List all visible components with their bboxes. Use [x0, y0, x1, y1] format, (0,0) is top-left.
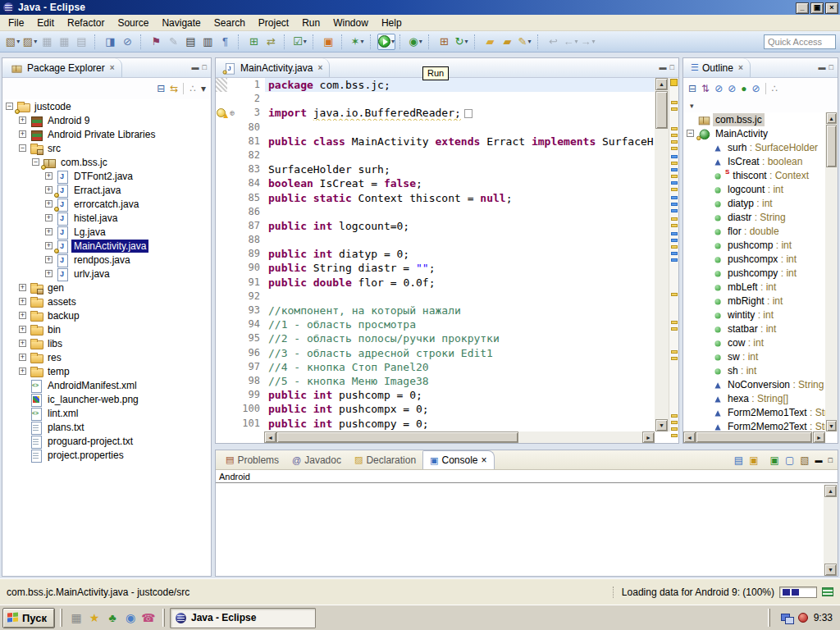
scroll-right-icon[interactable]: ►	[813, 431, 825, 443]
scrollbar-thumb[interactable]	[696, 431, 812, 443]
quick-access-input[interactable]	[764, 34, 836, 49]
code-area[interactable]: 1package com.bss.jc;2⊕3import java.io.Bu…	[216, 78, 655, 431]
annotation-icon[interactable]: ⚑	[148, 34, 165, 50]
tree-item-justcode[interactable]: −justcode	[2, 99, 211, 113]
clear-console-icon[interactable]: ▤	[734, 454, 743, 466]
dropdown-arrow-icon[interactable]: ▾	[575, 38, 578, 45]
menu-help[interactable]: Help	[375, 16, 409, 30]
outline-vertical-scrollbar[interactable]: ▲ ▼	[825, 112, 838, 431]
expander-icon[interactable]: +	[45, 270, 52, 277]
code-row-2[interactable]: 2	[216, 92, 655, 106]
dropdown-arrow-icon[interactable]: ▾	[304, 38, 307, 45]
expander-icon[interactable]: +	[19, 312, 26, 319]
dropdown-arrow-icon[interactable]: ▾	[592, 38, 596, 45]
menu-project[interactable]: Project	[252, 16, 295, 30]
code-row-95[interactable]: 95//2 - область полосы/ручки прокрутки	[216, 331, 655, 345]
sort-icon[interactable]: ⇅	[701, 84, 710, 94]
menu-run[interactable]: Run	[295, 16, 326, 30]
scrollbar-thumb[interactable]	[655, 91, 668, 129]
warning-marker[interactable]	[671, 217, 678, 221]
scroll-up-icon[interactable]: ▲	[824, 485, 837, 497]
tree-item-assets[interactable]: +assets	[2, 294, 211, 308]
tab-package-explorer[interactable]: Package Explorer ×	[3, 58, 122, 77]
minimize-button[interactable]: _	[796, 2, 809, 14]
tab-javadoc[interactable]: @Javadoc	[285, 452, 348, 468]
tree-item-lg-java[interactable]: +Lg.java	[2, 225, 211, 239]
outline-item-pushcomp[interactable]: pushcomp : int	[683, 238, 825, 252]
tree-item-temp[interactable]: +temp	[2, 364, 211, 378]
collapsed-region-box[interactable]	[464, 109, 472, 118]
code-line[interactable]	[265, 233, 655, 247]
minimize-view-icon[interactable]: ▬	[815, 456, 823, 464]
dropdown-arrow-icon[interactable]: ▾	[360, 38, 363, 45]
close-button[interactable]: ×	[825, 2, 838, 14]
display-console-icon[interactable]: ▢	[785, 454, 794, 466]
collapse-all-icon[interactable]: ⊟	[688, 84, 696, 94]
warning-marker[interactable]	[671, 245, 678, 249]
scroll-left-icon[interactable]: ◄	[683, 431, 696, 443]
console-output[interactable]: ▲ ▼	[216, 485, 838, 576]
code-line[interactable]: public double flor = 0.0f;	[265, 276, 655, 290]
info-marker[interactable]	[671, 209, 678, 212]
dropdown-arrow-icon[interactable]: ▾	[527, 38, 531, 45]
tree-item-ic-launcher-web-png[interactable]: ic_launcher-web.png	[2, 392, 211, 406]
expander-icon[interactable]: +	[45, 214, 52, 221]
expander-icon[interactable]: +	[45, 200, 52, 208]
outline-item-iscreat[interactable]: IsCreat : boolean	[683, 154, 825, 168]
restore-button[interactable]: ▣	[810, 2, 824, 14]
expander-icon[interactable]: +	[19, 340, 26, 347]
warning-marker[interactable]	[671, 127, 678, 130]
tree-item-mainactivity-java[interactable]: +MainActivity.java	[2, 239, 211, 253]
code-line[interactable]: //5 - кнопка Меню Image38	[265, 374, 655, 388]
tree-item-rendpos-java[interactable]: +rendpos.java	[2, 253, 211, 267]
info-marker[interactable]	[671, 232, 678, 235]
code-row-89[interactable]: 89public int diatyp = 0;	[216, 247, 655, 261]
expander-icon[interactable]: +	[45, 172, 52, 180]
code-line[interactable]	[265, 205, 655, 219]
code-line[interactable]: boolean IsCreat = false;	[265, 176, 655, 190]
warning-marker[interactable]	[671, 101, 678, 104]
code-row-101[interactable]: 101public int pushcompy = 0;	[216, 417, 655, 431]
code-line[interactable]: public class MainActivity extends Erract…	[265, 135, 655, 148]
new-java-class-icon[interactable]: ▨▾	[21, 34, 39, 50]
refresh-icon[interactable]: ↻▾	[453, 34, 470, 50]
expander-icon[interactable]: −	[687, 130, 694, 137]
open-type-icon[interactable]: ▥	[199, 34, 217, 50]
import-icon[interactable]: ▰	[499, 34, 516, 50]
expander-icon[interactable]: +	[45, 242, 52, 249]
tree-item-dtfont2-java[interactable]: +DTFont2.java	[2, 169, 211, 183]
outline-item-mbright[interactable]: mbRight : int	[683, 294, 825, 308]
tree-icon[interactable]: ♣	[103, 609, 121, 627]
scroll-up-icon[interactable]: ▲	[826, 112, 837, 124]
debug-icon[interactable]: ✶▾	[349, 34, 366, 50]
code-row-100[interactable]: 100public int pushcompx = 0;	[216, 402, 655, 416]
dropdown-arrow-icon[interactable]: ▾	[690, 102, 694, 110]
info-marker[interactable]	[671, 155, 678, 158]
code-line[interactable]	[265, 148, 655, 162]
menu-navigate[interactable]: Navigate	[155, 16, 207, 30]
close-icon[interactable]: ×	[482, 454, 487, 466]
maximize-view-icon[interactable]: □	[203, 64, 207, 71]
scroll-down-icon[interactable]: ▼	[826, 420, 837, 431]
dropdown-arrow-icon[interactable]: ▾	[464, 38, 468, 45]
outline-item-form2memo1text[interactable]: Form2Memo1Text : String	[683, 405, 825, 419]
tree-item-com-bss-jc[interactable]: −com.bss.jc	[2, 155, 211, 169]
code-row-86[interactable]: 86	[216, 205, 655, 219]
collapse-all-icon[interactable]: ⊟	[157, 84, 165, 94]
tree-item-android-private-libraries[interactable]: +Android Private Libraries	[2, 127, 211, 141]
code-row-87[interactable]: 87public int logcount=0;	[216, 219, 655, 233]
menu-file[interactable]: File	[2, 16, 30, 30]
tree-item-lint-xml[interactable]: lint.xml	[2, 406, 211, 420]
tree-item-project-properties[interactable]: project.properties	[2, 448, 211, 462]
outline-item-pushcompy[interactable]: pushcompy : int	[683, 266, 825, 280]
close-icon[interactable]: ×	[317, 63, 322, 72]
menu-source[interactable]: Source	[111, 16, 155, 30]
warning-marker[interactable]	[671, 162, 678, 165]
code-row-91[interactable]: 91public double flor = 0.0f;	[216, 276, 655, 290]
outline-horizontal-scrollbar[interactable]: ◄ ►	[683, 431, 825, 443]
outline-item-cow[interactable]: cow : int	[683, 336, 825, 349]
info-marker[interactable]	[671, 239, 678, 242]
code-line[interactable]: public int pushcompx = 0;	[265, 402, 655, 416]
run-history-icon[interactable]: ◉▾	[407, 34, 424, 50]
expander-icon[interactable]: +	[19, 116, 26, 124]
